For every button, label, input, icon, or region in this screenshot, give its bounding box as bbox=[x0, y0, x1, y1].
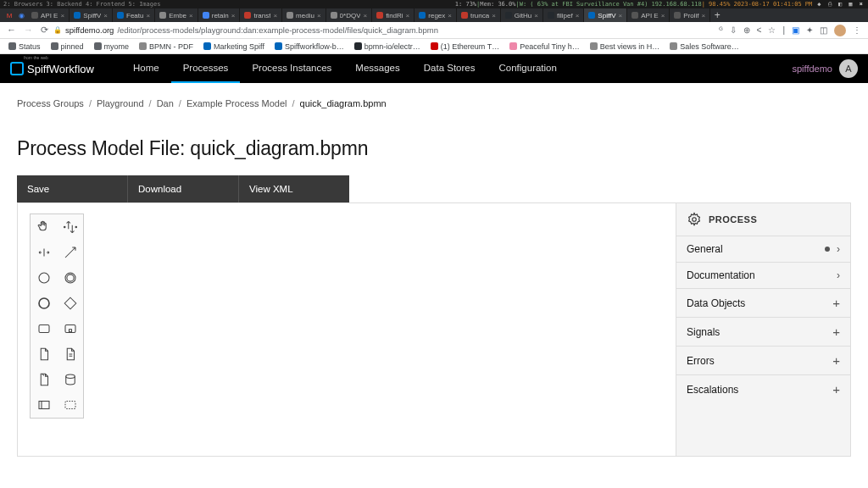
gmail-icon[interactable]: M bbox=[3, 8, 15, 22]
bpmn-canvas[interactable] bbox=[18, 203, 676, 456]
bookmark-item[interactable]: pinned bbox=[51, 42, 84, 51]
bookmark-item[interactable]: Spiffworkflow-b… bbox=[275, 42, 344, 51]
palette-space[interactable] bbox=[31, 240, 57, 265]
browser-tab[interactable]: filipef× bbox=[543, 8, 584, 22]
view-xml-button[interactable]: View XML bbox=[239, 175, 349, 202]
bookmark-item[interactable]: Best views in H… bbox=[590, 42, 660, 51]
chrome-icon[interactable]: ◉ bbox=[15, 8, 27, 22]
palette-subtask[interactable] bbox=[57, 316, 83, 341]
bookmark-item[interactable]: (1) Ethereum T… bbox=[431, 42, 499, 51]
nav-item[interactable]: Messages bbox=[343, 54, 411, 83]
browser-tab[interactable]: retain× bbox=[198, 8, 241, 22]
menu-icon[interactable]: ⋮ bbox=[853, 25, 861, 35]
browser-tab[interactable]: Featu× bbox=[113, 8, 155, 22]
close-icon[interactable]: × bbox=[534, 12, 538, 19]
breadcrumb-item[interactable]: Playground bbox=[97, 98, 144, 108]
nav-item[interactable]: Data Stores bbox=[412, 54, 487, 83]
palette-lasso[interactable] bbox=[57, 214, 83, 240]
palette-data-store[interactable] bbox=[57, 341, 83, 367]
props-row-escalations[interactable]: Escalations+ bbox=[676, 374, 850, 403]
props-row-signals[interactable]: Signals+ bbox=[676, 317, 850, 346]
url-field[interactable]: 🔒 spiffdemo.org/editor/process-models/pl… bbox=[53, 25, 714, 35]
new-tab-button[interactable]: + bbox=[710, 8, 724, 22]
palette-hand[interactable] bbox=[31, 214, 57, 240]
palette-intermediate-event[interactable] bbox=[57, 265, 83, 291]
close-icon[interactable]: × bbox=[363, 12, 367, 19]
bookmark-item[interactable]: Sales Software… bbox=[670, 42, 739, 51]
props-row-general[interactable]: General› bbox=[676, 236, 850, 262]
install-icon[interactable]: ⇩ bbox=[730, 25, 737, 35]
close-icon[interactable]: × bbox=[146, 12, 150, 19]
user-avatar[interactable]: A bbox=[839, 59, 858, 78]
bookmark-item[interactable]: Status bbox=[8, 42, 41, 51]
bookmark-icon[interactable]: ☆ bbox=[768, 25, 776, 35]
palette-text-annotation[interactable] bbox=[31, 367, 57, 392]
browser-tab[interactable]: trunca× bbox=[457, 8, 501, 22]
lasso-icon bbox=[63, 219, 78, 235]
close-icon[interactable]: × bbox=[661, 12, 665, 19]
ext-icon[interactable]: ▣ bbox=[792, 25, 799, 35]
close-icon[interactable]: × bbox=[103, 12, 108, 19]
close-icon[interactable]: × bbox=[448, 12, 452, 19]
close-icon[interactable]: × bbox=[60, 12, 64, 19]
close-icon[interactable]: × bbox=[492, 12, 496, 19]
palette-expand[interactable] bbox=[57, 392, 83, 418]
browser-tab[interactable]: Prolif× bbox=[670, 8, 710, 22]
palette-group[interactable] bbox=[31, 392, 57, 418]
palette-start-event[interactable] bbox=[31, 265, 57, 291]
browser-tab[interactable]: SpiffV× bbox=[584, 8, 627, 22]
nav-item[interactable]: Processes bbox=[171, 54, 241, 83]
bookmark-item[interactable]: Marketing Spiff bbox=[203, 42, 264, 51]
palette-task[interactable] bbox=[31, 316, 57, 341]
browser-tab[interactable]: Embe× bbox=[155, 8, 198, 22]
bookmark-item[interactable]: bpmn-io/electr… bbox=[354, 42, 420, 51]
props-row-data-objects[interactable]: Data Objects+ bbox=[676, 288, 850, 317]
close-icon[interactable]: × bbox=[273, 12, 277, 19]
browser-tab[interactable]: API E× bbox=[627, 8, 670, 22]
palette-gateway[interactable] bbox=[57, 291, 83, 316]
browser-tab[interactable]: transf× bbox=[240, 8, 282, 22]
palette-participant[interactable] bbox=[57, 367, 83, 392]
browser-tab[interactable]: findRi× bbox=[372, 8, 415, 22]
download-button[interactable]: Download bbox=[128, 175, 239, 202]
palette-end-event[interactable] bbox=[31, 291, 57, 316]
browser-tab[interactable]: regex× bbox=[415, 8, 457, 22]
bookmark-item[interactable]: BPMN - PDF bbox=[139, 42, 193, 51]
close-icon[interactable]: × bbox=[619, 12, 623, 19]
palette-connect[interactable] bbox=[57, 240, 83, 265]
breadcrumb-item[interactable]: Dan bbox=[157, 98, 174, 108]
close-icon[interactable]: × bbox=[702, 12, 706, 19]
nav-item[interactable]: Configuration bbox=[487, 54, 569, 83]
forward-button[interactable]: → bbox=[24, 25, 33, 36]
nav-item[interactable]: Home bbox=[121, 54, 171, 83]
props-row-errors[interactable]: Errors+ bbox=[676, 346, 850, 374]
back-button[interactable]: ← bbox=[7, 25, 16, 36]
browser-tab[interactable]: 0*DQV× bbox=[326, 8, 373, 22]
close-icon[interactable]: × bbox=[576, 12, 580, 19]
zoom-icon[interactable]: ⊕ bbox=[743, 25, 750, 35]
breadcrumb-item[interactable]: Process Groups bbox=[17, 98, 84, 108]
browser-tab[interactable]: SpiffV× bbox=[70, 8, 113, 22]
nav-item[interactable]: Process Instances bbox=[240, 54, 343, 83]
close-icon[interactable]: × bbox=[231, 12, 236, 19]
breadcrumb-item[interactable]: Example Process Model bbox=[186, 98, 287, 108]
palette-data-object[interactable] bbox=[31, 341, 57, 367]
browser-tab[interactable]: API E× bbox=[27, 8, 70, 22]
browser-tab[interactable]: mediu× bbox=[282, 8, 326, 22]
profile-avatar[interactable] bbox=[834, 25, 846, 36]
side-panel-icon[interactable]: ◫ bbox=[820, 25, 827, 35]
share-icon[interactable]: < bbox=[757, 25, 762, 35]
save-button[interactable]: Save bbox=[17, 175, 128, 202]
extensions-icon[interactable]: ✦ bbox=[806, 25, 813, 35]
close-icon[interactable]: × bbox=[317, 12, 321, 19]
logo[interactable]: from the web SpiffWorkflow bbox=[10, 62, 94, 75]
reload-button[interactable]: ⟳ bbox=[41, 25, 48, 36]
translate-icon[interactable]: ᴳ bbox=[719, 25, 723, 35]
close-icon[interactable]: × bbox=[406, 12, 410, 19]
username[interactable]: spiffdemo bbox=[793, 64, 833, 74]
browser-tab[interactable]: GitHu× bbox=[501, 8, 543, 22]
close-icon[interactable]: × bbox=[189, 12, 193, 19]
props-row-documentation[interactable]: Documentation› bbox=[676, 262, 850, 288]
bookmark-item[interactable]: myome bbox=[94, 42, 130, 51]
bookmark-item[interactable]: Peaceful Tiny h… bbox=[509, 42, 580, 51]
